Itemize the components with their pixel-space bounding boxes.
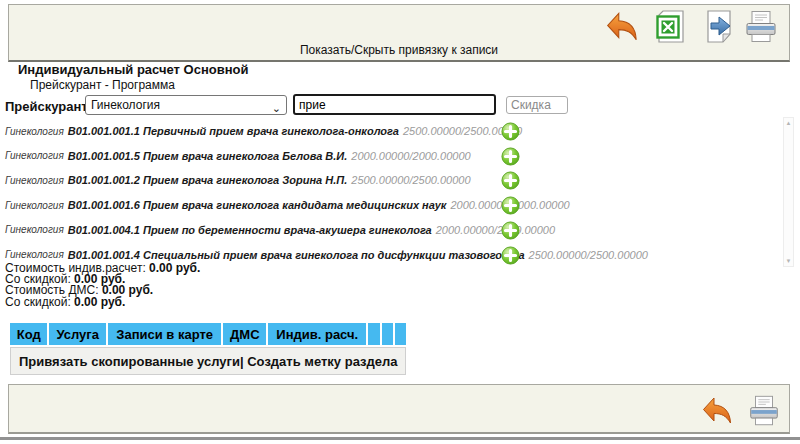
service-row: Гинекология В01.001.001.5 Прием врача ги… [5,144,471,168]
pricelist-selected-value: Гинекология [91,98,160,112]
table-header-row: Код Услуга Записи в карте ДМС Индив. рас… [10,323,406,345]
link-bind-copied-services[interactable]: Привязать скопированные услуги [19,354,240,369]
plus-icon[interactable] [501,122,520,141]
page-subtitle: Прейскурант - Программа [30,78,175,92]
undo-icon[interactable] [604,8,642,46]
service-title: В01.001.001.2 Прием врача гинеколога Зор… [68,174,348,186]
actions-separator: | [240,354,244,369]
col-code: Код [10,323,47,345]
undo-icon[interactable] [700,393,738,431]
plus-icon[interactable] [501,171,520,190]
plus-icon[interactable] [501,147,520,166]
col-indiv-calc: Индив. расч. [268,323,366,345]
scrollbar-down-icon[interactable]: ▼ [784,257,793,265]
service-price: 2500.00000/2500.00000 [529,249,648,261]
service-category: Гинекология [5,175,64,186]
link-create-section-mark[interactable]: Создать метку раздела [247,354,397,369]
service-category: Гинекология [5,224,64,235]
col-card-records: Записи в карте [108,323,221,345]
service-row: Гинекология В01.001.001.6 Прием врача ги… [5,193,570,217]
col-empty [395,323,407,345]
col-empty [382,323,393,345]
service-category: Гинекология [5,200,64,211]
app-window: Показать/Скрыть привязку к записи И [0,0,800,444]
service-price: 2500.00000/2500.00000 [351,174,470,186]
service-title: В01.001.004.1 Прием по беременности врач… [68,224,432,236]
service-category: Гинекология [5,249,64,260]
table-actions-cell: Привязать скопированные услуги| Создать … [10,347,406,375]
discount-input[interactable] [506,96,568,114]
scrollbar-up-icon[interactable]: ▲ [784,119,793,127]
service-category: Гинекология [5,150,64,161]
col-service: Услуга [49,323,106,345]
service-title: В01.001.001.6 Прием врача гинеколога кан… [68,199,447,211]
window-bottom-edge [0,437,800,440]
plus-icon[interactable] [501,221,520,240]
service-title: В01.001.001.4 Специальный прием врача ги… [68,249,525,261]
service-title: В01.001.001.1 Первичный прием врача гине… [68,125,399,137]
plus-icon[interactable] [501,196,520,215]
pricelist-select[interactable]: Гинекология ⌄ [85,95,287,115]
export-document-icon[interactable] [700,8,738,46]
col-dms: ДМС [223,323,266,345]
print-icon[interactable] [746,393,784,431]
service-price: 2000.00000/2000.00000 [436,224,555,236]
col-empty [368,323,379,345]
linked-services-table: Код Услуга Записи в карте ДМС Индив. рас… [8,321,408,377]
table-actions-row: Привязать скопированные услуги| Создать … [10,347,406,375]
service-category: Гинекология [5,126,64,137]
page-title: Индивидуальный расчет Основной [18,62,249,77]
print-icon[interactable] [742,8,780,46]
bottom-toolbar [8,384,790,434]
excel-export-icon[interactable] [652,8,690,46]
service-row: Гинекология В01.001.001.2 Прием врача ги… [5,168,471,192]
list-scrollbar[interactable]: ▲ ▼ [783,117,794,267]
service-price: 2000.00000/2000.00000 [351,150,470,162]
service-row: Гинекология В01.001.001.1 Первичный прие… [5,119,522,143]
chevron-down-icon: ⌄ [272,99,281,117]
summary-line: Со скидкой: 0.00 руб. [5,297,200,308]
pricelist-label: Прейскурант [5,99,88,114]
plus-icon[interactable] [501,246,520,265]
search-input[interactable] [293,94,496,115]
service-row: Гинекология В01.001.004.1 Прием по берем… [5,218,555,242]
cost-summary: Стоимость индив.расчет: 0.00 руб. Со ски… [5,263,200,308]
service-title: В01.001.001.5 Прием врача гинеколога Бел… [68,150,348,162]
